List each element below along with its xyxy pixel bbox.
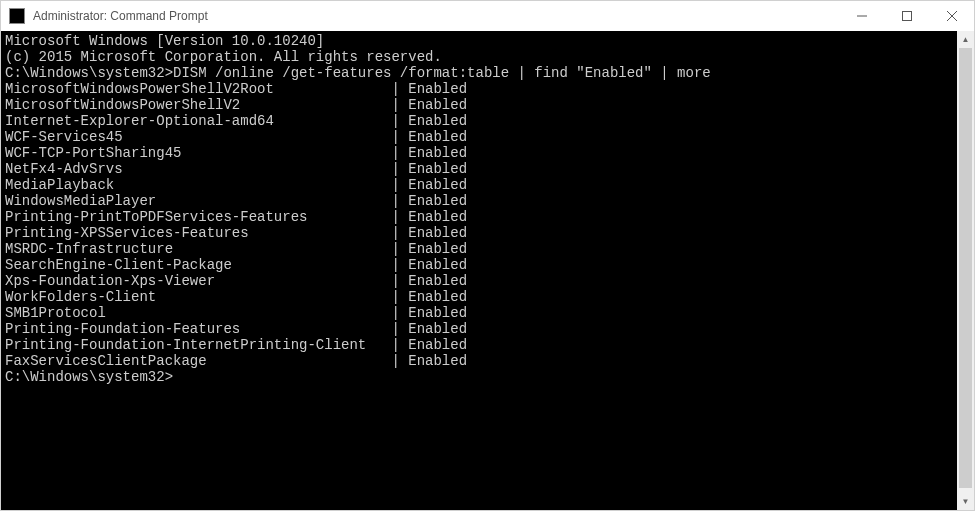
window-title: Administrator: Command Prompt [33,9,208,23]
feature-row: WorkFolders-Client | Enabled [5,289,953,305]
window-controls [839,1,974,31]
feature-row: Internet-Explorer-Optional-amd64 | Enabl… [5,113,953,129]
feature-row: MicrosoftWindowsPowerShellV2Root | Enabl… [5,81,953,97]
feature-row: Printing-Foundation-Features | Enabled [5,321,953,337]
terminal-area: Microsoft Windows [Version 10.0.10240](c… [1,31,974,510]
prompt-line: C:\Windows\system32> [5,369,953,385]
command-line: C:\Windows\system32>DISM /online /get-fe… [5,65,953,81]
feature-row: SearchEngine-Client-Package | Enabled [5,257,953,273]
close-icon [947,11,957,21]
feature-row: WindowsMediaPlayer | Enabled [5,193,953,209]
feature-row: SMB1Protocol | Enabled [5,305,953,321]
command-prompt-window: Administrator: Command Prompt Microsoft … [0,0,975,511]
titlebar[interactable]: Administrator: Command Prompt [1,1,974,31]
feature-row: MicrosoftWindowsPowerShellV2 | Enabled [5,97,953,113]
close-button[interactable] [929,1,974,31]
feature-row: MSRDC-Infrastructure | Enabled [5,241,953,257]
minimize-icon [857,11,867,21]
maximize-icon [902,11,912,21]
feature-row: WCF-TCP-PortSharing45 | Enabled [5,145,953,161]
cmd-icon [9,8,25,24]
feature-row: WCF-Services45 | Enabled [5,129,953,145]
feature-row: Printing-Foundation-InternetPrinting-Cli… [5,337,953,353]
scroll-down-button[interactable]: ▼ [957,493,974,510]
feature-row: FaxServicesClientPackage | Enabled [5,353,953,369]
copyright-line: (c) 2015 Microsoft Corporation. All righ… [5,49,953,65]
scroll-thumb[interactable] [959,48,972,488]
maximize-button[interactable] [884,1,929,31]
version-line: Microsoft Windows [Version 10.0.10240] [5,33,953,49]
scroll-up-button[interactable]: ▲ [957,31,974,48]
feature-row: Printing-XPSServices-Features | Enabled [5,225,953,241]
feature-row: Xps-Foundation-Xps-Viewer | Enabled [5,273,953,289]
minimize-button[interactable] [839,1,884,31]
feature-row: NetFx4-AdvSrvs | Enabled [5,161,953,177]
svg-rect-1 [902,12,911,21]
feature-row: Printing-PrintToPDFServices-Features | E… [5,209,953,225]
feature-row: MediaPlayback | Enabled [5,177,953,193]
scrollbar[interactable]: ▲ ▼ [957,31,974,510]
terminal-output[interactable]: Microsoft Windows [Version 10.0.10240](c… [1,31,957,510]
